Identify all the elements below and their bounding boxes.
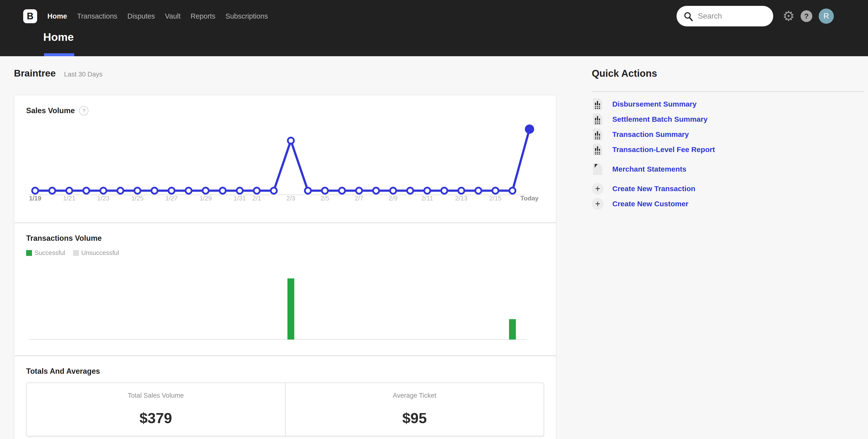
nav-item-reports[interactable]: Reports bbox=[190, 12, 215, 20]
quick-action-merchant-statements[interactable]: Merchant Statements bbox=[592, 162, 864, 177]
svg-text:1/27: 1/27 bbox=[165, 195, 178, 202]
quick-action-label: Settlement Batch Summary bbox=[612, 115, 708, 123]
quick-action-label: Merchant Statements bbox=[612, 165, 686, 173]
quick-action-label: Disbursement Summary bbox=[612, 100, 696, 108]
date-range-label: Last 30 Days bbox=[64, 71, 102, 78]
svg-text:1/29: 1/29 bbox=[199, 195, 212, 202]
svg-text:1/21: 1/21 bbox=[63, 195, 75, 202]
totals-cell-value: $95 bbox=[285, 410, 544, 427]
plus-icon: + bbox=[592, 183, 603, 195]
merchant-name-heading: Braintree bbox=[14, 68, 56, 79]
totals-and-averages-section: Totals And Averages Total Sales Volume$3… bbox=[14, 356, 556, 436]
svg-text:1/31: 1/31 bbox=[234, 195, 246, 202]
transactions-volume-section: Transactions Volume SuccessfulUnsuccessf… bbox=[14, 223, 556, 355]
nav-item-home[interactable]: Home bbox=[48, 12, 67, 20]
quick-actions-panel: Quick Actions Disbursement SummarySettle… bbox=[592, 68, 864, 439]
quick-actions-title: Quick Actions bbox=[592, 68, 864, 79]
legend-swatch bbox=[26, 250, 32, 256]
navbar-row: B HomeTransactionsDisputesVaultReportsSu… bbox=[0, 0, 868, 32]
sales-help-icon[interactable]: ? bbox=[79, 106, 88, 115]
quick-action-label: Transaction-Level Fee Report bbox=[612, 145, 715, 154]
avatar[interactable]: R bbox=[819, 8, 834, 24]
navbar-right-group: ⚙ ? R bbox=[677, 6, 834, 26]
report-icon bbox=[592, 128, 603, 140]
svg-text:Today: Today bbox=[521, 195, 539, 202]
dashboard-column: Braintree Last 30 Days Sales Volume ? 1/… bbox=[14, 68, 557, 439]
svg-text:2/9: 2/9 bbox=[389, 195, 398, 202]
svg-text:2/11: 2/11 bbox=[421, 195, 433, 202]
nav-item-disputes[interactable]: Disputes bbox=[127, 12, 155, 20]
svg-text:1/23: 1/23 bbox=[97, 195, 110, 202]
quick-action-create-new-customer[interactable]: +Create New Customer bbox=[592, 196, 864, 211]
svg-text:1/19: 1/19 bbox=[29, 195, 41, 202]
transactions-volume-bar-chart bbox=[26, 266, 544, 347]
primary-nav: HomeTransactionsDisputesVaultReportsSubs… bbox=[48, 12, 278, 20]
totals-cell-label: Total Sales Volume bbox=[27, 392, 285, 400]
statement-icon bbox=[592, 163, 603, 175]
help-glyph: ? bbox=[804, 12, 809, 20]
dashboard-card: Sales Volume ? 1/191/211/231/251/271/291… bbox=[14, 95, 556, 439]
quick-action-label: Create New Customer bbox=[612, 200, 688, 208]
quick-actions-divider bbox=[592, 91, 864, 92]
merchant-heading-row: Braintree Last 30 Days bbox=[14, 68, 557, 79]
page-title: Home bbox=[43, 31, 74, 43]
quick-action-disbursement-summary[interactable]: Disbursement Summary bbox=[592, 96, 864, 112]
main-content: Braintree Last 30 Days Sales Volume ? 1/… bbox=[0, 56, 868, 439]
legend-item-unsuccessful: Unsuccessful bbox=[73, 249, 119, 257]
totals-cell-value: $379 bbox=[27, 410, 285, 427]
braintree-logo[interactable]: B bbox=[23, 9, 37, 23]
totals-cell: Total Sales Volume$379 bbox=[27, 383, 285, 436]
legend-swatch bbox=[73, 250, 79, 256]
transactions-legend: SuccessfulUnsuccessful bbox=[26, 249, 544, 257]
quick-action-label: Transaction Summary bbox=[612, 130, 689, 139]
search-box[interactable] bbox=[677, 6, 773, 26]
quick-action-transaction-summary[interactable]: Transaction Summary bbox=[592, 127, 864, 142]
totals-cell-label: Average Ticket bbox=[285, 392, 544, 400]
svg-text:2/1: 2/1 bbox=[252, 195, 261, 202]
active-tab-underline bbox=[44, 53, 74, 56]
legend-label: Successful bbox=[34, 249, 65, 257]
gear-icon[interactable]: ⚙ bbox=[782, 9, 795, 23]
totals-cell: Average Ticket$95 bbox=[285, 383, 544, 436]
quick-action-transaction-level-fee-report[interactable]: Transaction-Level Fee Report bbox=[592, 142, 864, 157]
sales-volume-title: Sales Volume bbox=[26, 106, 75, 115]
svg-text:2/5: 2/5 bbox=[320, 195, 329, 202]
svg-text:2/7: 2/7 bbox=[354, 195, 364, 202]
plus-icon: + bbox=[592, 198, 603, 210]
svg-text:2/13: 2/13 bbox=[455, 195, 468, 202]
totals-title: Totals And Averages bbox=[26, 367, 544, 376]
sales-volume-line-chart: 1/191/211/231/251/271/291/312/12/32/52/7… bbox=[26, 120, 544, 208]
top-navbar: B HomeTransactionsDisputesVaultReportsSu… bbox=[0, 0, 868, 56]
svg-text:1/25: 1/25 bbox=[131, 195, 144, 202]
legend-item-successful: Successful bbox=[26, 249, 65, 257]
nav-item-subscriptions[interactable]: Subscriptions bbox=[225, 12, 268, 20]
help-icon[interactable]: ? bbox=[801, 10, 812, 22]
nav-item-transactions[interactable]: Transactions bbox=[77, 12, 118, 20]
report-icon bbox=[592, 98, 603, 110]
braintree-logo-letter: B bbox=[27, 11, 33, 22]
sales-help-glyph: ? bbox=[82, 108, 85, 114]
svg-text:2/3: 2/3 bbox=[286, 195, 295, 202]
quick-action-create-new-transaction[interactable]: +Create New Transaction bbox=[592, 181, 864, 196]
search-input[interactable] bbox=[698, 7, 764, 25]
svg-text:2/15: 2/15 bbox=[489, 195, 502, 202]
totals-table: Total Sales Volume$379Average Ticket$95 bbox=[26, 383, 544, 436]
sales-volume-section: Sales Volume ? 1/191/211/231/251/271/291… bbox=[14, 95, 556, 223]
nav-item-vault[interactable]: Vault bbox=[165, 12, 181, 20]
search-icon bbox=[683, 11, 693, 22]
quick-action-settlement-batch-summary[interactable]: Settlement Batch Summary bbox=[592, 112, 864, 127]
report-icon bbox=[592, 113, 603, 125]
legend-label: Unsuccessful bbox=[81, 249, 119, 257]
quick-actions-list: Disbursement SummarySettlement Batch Sum… bbox=[592, 96, 864, 211]
report-icon bbox=[592, 144, 603, 155]
transactions-volume-title: Transactions Volume bbox=[26, 234, 544, 243]
quick-action-label: Create New Transaction bbox=[612, 184, 695, 193]
